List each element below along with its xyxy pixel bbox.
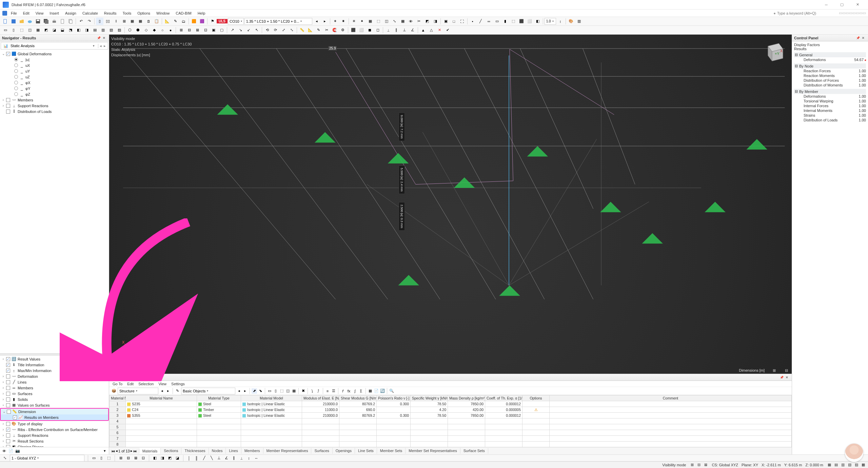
cp-bm-1[interactable]: Torsional Warping1.00 (794, 99, 866, 103)
t2-9-icon[interactable]: ⬔ (67, 26, 74, 34)
col-name[interactable]: Material Name (126, 395, 197, 401)
vp-tool-b-icon[interactable]: ⊟ (784, 368, 789, 373)
mat-find-icon[interactable]: 🔍 (389, 388, 394, 394)
t2-37-icon[interactable]: 📐 (307, 26, 314, 34)
cp-bm-0[interactable]: Deformations1.00 (794, 94, 866, 99)
print-icon[interactable] (51, 18, 58, 25)
t2-5-icon[interactable]: ▦ (34, 26, 42, 34)
section-icon[interactable]: ✂ (415, 18, 423, 25)
t2-6-icon[interactable]: ◩ (42, 26, 50, 34)
mat-fx2-icon[interactable]: fx (346, 388, 352, 394)
t2-7-icon[interactable]: ◪ (51, 26, 58, 34)
t2-43-icon[interactable]: ⬜ (358, 26, 365, 34)
cp-bm-2[interactable]: Internal Forces1.00 (794, 103, 866, 108)
mat-brush-icon[interactable]: ✎ (175, 388, 180, 394)
t2-46-icon[interactable]: ⟂ (384, 26, 392, 34)
col-d[interactable]: Mass Density ρ [kg/m³] (448, 395, 485, 401)
t2-10-icon[interactable]: ◧ (75, 26, 82, 34)
rb-13-icon[interactable]: ║ (194, 455, 199, 461)
cp-bynode-1[interactable]: Reaction Moments1.00 (794, 73, 866, 78)
t2-22-icon[interactable]: ⊞ (177, 26, 185, 34)
nav-tab-cam-icon[interactable]: 📷 (15, 448, 20, 454)
materials-pager[interactable]: ⏮ ◂ 1 of 13 ▸ ⏭ (109, 449, 139, 453)
table-row[interactable]: 8 (110, 442, 792, 447)
t2-26-icon[interactable]: ▣ (210, 26, 217, 34)
mat-struct-icon[interactable]: 📦 (111, 388, 117, 394)
t2-45-icon[interactable]: ◻ (374, 26, 381, 34)
nav-prev-icon[interactable]: ◂ (98, 44, 102, 48)
line-icon[interactable]: ╱ (477, 18, 485, 25)
table-row[interactable]: 7 (110, 436, 792, 442)
node-icon[interactable]: • (469, 18, 476, 25)
t2-14-icon[interactable]: ▧ (107, 26, 115, 34)
cp-close-icon[interactable]: ✕ (861, 35, 866, 41)
rb-12-icon[interactable]: │ (186, 455, 192, 461)
t2-11-icon[interactable]: ◨ (83, 26, 91, 34)
tab-nodes[interactable]: Nodes (209, 448, 226, 454)
t2-36-icon[interactable]: 📏 (298, 26, 306, 34)
mat-b5-icon[interactable]: ▦ (291, 388, 297, 394)
table-row[interactable]: 2C24TimberIsotropic | Linear Elastic1100… (110, 407, 792, 413)
mat-fx-icon[interactable]: f (340, 388, 346, 394)
mat-b3-icon[interactable]: ⬚ (279, 388, 284, 394)
table-row[interactable]: 6 (110, 430, 792, 436)
next-lc-icon[interactable]: ▸ (321, 18, 329, 25)
t2-42-icon[interactable]: ⬛ (350, 26, 357, 34)
tree-phix[interactable]: ⎯φX (0, 80, 109, 85)
menu-file[interactable]: File (8, 11, 20, 16)
t2-49-icon[interactable]: ∠ (409, 26, 416, 34)
visibility-icon[interactable]: 👁 (407, 18, 415, 25)
tree-type-display[interactable]: ›🎨Type of display (0, 421, 109, 427)
mat-b1-icon[interactable]: ▭ (267, 388, 272, 394)
mat-cursor-icon[interactable]: ⬈ (252, 388, 257, 394)
rb-17-icon[interactable]: ∠ (224, 455, 229, 461)
tree-uz[interactable]: ⎯uZ (0, 74, 109, 80)
mat-menu-edit[interactable]: Edit (127, 382, 134, 386)
tree-phiy[interactable]: ⎯φY (0, 85, 109, 91)
mat-next2-icon[interactable]: ▸ (242, 388, 248, 394)
tree-values-surf[interactable]: ›▦Values on Surfaces (0, 402, 109, 408)
menu-assign[interactable]: Assign (62, 11, 79, 16)
rb-10-icon[interactable]: ◩ (167, 455, 173, 461)
tree-ribs[interactable]: ›✓〰Ribs - Effective Contribution on Surf… (0, 427, 109, 432)
t2-24-icon[interactable]: ⊠ (194, 26, 201, 34)
menu-tools[interactable]: Tools (120, 11, 134, 16)
col-v[interactable]: Poisson's Ratio ν [-] (377, 395, 411, 401)
keyword-search[interactable]: ● ▭▭▭▭▭▭▭▭ (773, 11, 866, 15)
tree-lines[interactable]: ›╱Lines (0, 379, 109, 385)
render-b-icon[interactable]: ✦ (358, 18, 366, 25)
view-cal-icon[interactable]: 🗓 (145, 18, 152, 25)
mat-exp-icon[interactable]: ⤴ (316, 388, 321, 394)
grad-icon[interactable]: ▥ (575, 18, 583, 25)
cp-bynode-3[interactable]: Distribution of Moments1.00 (794, 83, 866, 87)
rb-18-icon[interactable]: ∥ (231, 455, 237, 461)
table-row[interactable]: 1S235SteelIsotropic | Linear Elastic2100… (110, 401, 792, 407)
render-d-icon[interactable]: ⬚ (375, 18, 382, 25)
app-menu-icon[interactable] (2, 11, 7, 16)
t2-3-icon[interactable]: ⬚ (18, 26, 25, 34)
render-e-icon[interactable]: ◫ (383, 18, 390, 25)
view-list-icon[interactable]: 📋 (153, 18, 160, 25)
probe-icon[interactable]: ✎ (172, 18, 179, 25)
mat-imp-icon[interactable]: ⤵ (310, 388, 315, 394)
scale-combo[interactable]: 1.0▾ (545, 18, 556, 25)
copy-icon[interactable] (67, 18, 74, 25)
rb-14-icon[interactable]: ╱ (201, 455, 207, 461)
3d-viewport[interactable]: Visibility mode CO10 : 1.35 * LC10 + 1.5… (109, 35, 792, 374)
mat-ref-icon[interactable]: 🔄 (380, 388, 385, 394)
table-row[interactable]: 4 (110, 418, 792, 424)
fit-icon[interactable]: ⛶ (458, 18, 466, 25)
t2-48-icon[interactable]: ⊥ (401, 26, 408, 34)
col-type[interactable]: Material Type (197, 395, 241, 401)
view-grid-icon[interactable]: ▦ (129, 18, 136, 25)
mat-fx3-icon[interactable]: ∫ (352, 388, 358, 394)
cp-general-deformations[interactable]: Deformations 54.67◂ (794, 57, 866, 62)
status-snap2-icon[interactable]: ⊟ (696, 462, 702, 468)
t2-30-icon[interactable]: ↙ (245, 26, 252, 34)
mat-combo-structure[interactable]: Structure▾ (118, 388, 158, 394)
clip-icon[interactable]: ◩ (423, 18, 431, 25)
tree-support-reactions[interactable]: ›⟂Support Reactions (0, 103, 109, 109)
view-single-icon[interactable]: ▯ (96, 18, 103, 25)
mat-c2-icon[interactable]: ☰ (331, 388, 336, 394)
status-b-icon[interactable]: ▤ (833, 462, 839, 468)
